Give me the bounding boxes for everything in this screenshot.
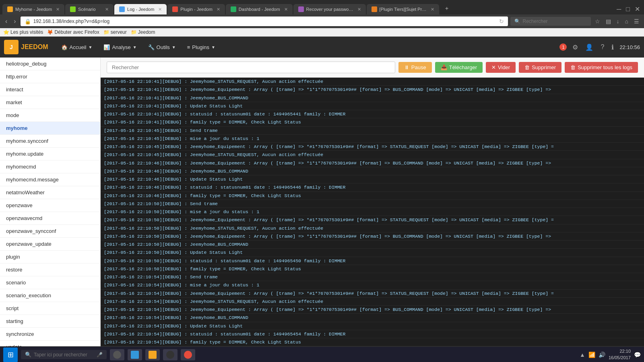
tab-close-plugin[interactable]: ✕ (217, 7, 220, 12)
sidebar: heliotrope_debughttp.errorinteractmarket… (0, 58, 101, 346)
sidebar-item-scenario[interactable]: scenario (0, 276, 100, 289)
taskbar-network-icon[interactable]: 📶 (588, 352, 595, 358)
help-icon[interactable]: ? (599, 42, 606, 52)
minimize-button[interactable]: ─ (615, 6, 623, 13)
bookmark-jeedom[interactable]: 📁 Jeedom (131, 29, 155, 35)
sidebar-item-netatmoWeather[interactable]: netatmoWeather (0, 186, 100, 199)
tab-close-recover[interactable]: ✕ (357, 7, 361, 12)
settings-icon[interactable]: ⚙ (571, 42, 580, 53)
sidebar-item-update[interactable]: update (0, 341, 100, 346)
sidebar-item-interact[interactable]: interact (0, 83, 100, 96)
log-line: [2017-05-16 22:10:46][DEBUG] : Update St… (101, 175, 644, 183)
log-line: [2017-05-16 22:10:46][DEBUG] : family ty… (101, 192, 644, 200)
user-icon[interactable]: 👤 (584, 42, 595, 53)
download-button[interactable]: 📥 Télécharger (435, 62, 483, 73)
bookmark-star-icon[interactable]: ☆ (593, 17, 602, 25)
bookmark-serveur[interactable]: 📁 serveur (103, 29, 127, 35)
supprimer-all-button[interactable]: 🗑 Supprimer tous les logs (565, 62, 638, 73)
taskbar-clock: 22:10 16/05/2017 (609, 348, 631, 361)
tab-favicon-log (119, 6, 125, 12)
vider-button[interactable]: ✕ Vider (486, 62, 516, 73)
sidebar-item-scenario_execution[interactable]: scenario_execution (0, 289, 100, 302)
sidebar-item-myhome_update[interactable]: myhome.update (0, 148, 100, 160)
taskbar-volume-icon[interactable]: 🔊 (599, 352, 605, 358)
sidebar-item-plugin[interactable]: plugin (0, 251, 100, 263)
tab-close-scenario[interactable]: ✕ (105, 7, 109, 12)
log-line: [2017-05-16 22:10:54][DEBUG] : Jeemyhome… (101, 298, 644, 306)
supprimer-button[interactable]: 🗑 Supprimer (519, 62, 561, 73)
sidebar-item-openzwave_syncconf[interactable]: openzwave_syncconf (0, 225, 100, 238)
sidebar-item-myhome_syncconf[interactable]: myhome.syncconf (0, 135, 100, 148)
tab-plugin[interactable]: Plugin - Jeedom ✕ (167, 4, 225, 14)
taskbar-app-shield[interactable] (163, 349, 178, 360)
sidebar-item-myhomecmd_message[interactable]: myhomecmd.message (0, 173, 100, 186)
sidebar-item-openzwave[interactable]: openzwave (0, 199, 100, 212)
tab-scenario[interactable]: Scénario ✕ (65, 4, 114, 14)
sidebar-item-http_error[interactable]: http.error (0, 70, 100, 83)
url-box[interactable]: 🔒 192.168.1.38/index.php?v=d&p=log ↻ (21, 16, 508, 26)
tab-log[interactable]: Log - Jeedom ✕ (114, 4, 167, 14)
sidebar-item-openzwave_update[interactable]: openzwave_update (0, 238, 100, 251)
tab-plugin2[interactable]: [Plugin Tiers][Sujet Princi ✕ (367, 4, 439, 14)
tab-label-dashboard: Dashboard - Jeedom (239, 7, 280, 12)
tab-recover[interactable]: Recover your password - ✕ (293, 4, 366, 14)
menu-icon[interactable]: ☰ (632, 17, 641, 25)
pause-button[interactable]: ⏸ Pause (398, 62, 432, 73)
sidebar-item-myhomecmd[interactable]: myhomecmd (0, 160, 100, 173)
sidebar-item-market[interactable]: market (0, 96, 100, 109)
taskbar-search-box[interactable]: 🔍 🎤 (21, 350, 107, 359)
sidebar-item-mode[interactable]: mode (0, 109, 100, 122)
tab-close-myhome[interactable]: ✕ (56, 7, 60, 12)
bookmark-label-firefox: Débuter avec Firefox (54, 29, 99, 35)
taskbar-app-edge[interactable] (128, 349, 142, 360)
forward-button[interactable]: › (12, 17, 18, 26)
taskbar-app-multitasking[interactable] (110, 349, 124, 360)
taskbar-app-firefox[interactable] (181, 349, 195, 360)
tab-dashboard[interactable]: Dashboard - Jeedom ✕ (226, 4, 293, 14)
trash-all-icon: 🗑 (570, 64, 576, 70)
brand-name: JEEDOM (21, 43, 48, 51)
taskbar-app-folder[interactable] (145, 349, 160, 360)
nav-item-outils[interactable]: 🔧 Outils ▼ (143, 42, 181, 53)
sidebar-item-script[interactable]: script (0, 302, 100, 315)
tab-close-dashboard[interactable]: ✕ (284, 7, 288, 12)
maximize-button[interactable]: □ (624, 6, 632, 13)
new-tab-button[interactable]: ＋ (440, 2, 454, 14)
nav-item-plugins[interactable]: ≡ Plugins ▼ (182, 42, 220, 53)
microphone-icon[interactable]: 🎤 (97, 352, 103, 358)
nav-item-analyse[interactable]: 📊 Analyse ▼ (99, 42, 141, 53)
bookmark-visits[interactable]: ⭐ Les plus visités (3, 29, 43, 35)
taskbar-notification-icon[interactable]: 💬 (634, 352, 641, 358)
taskbar-search-input[interactable] (34, 352, 94, 358)
log-content[interactable]: [2017-05-16 22:10:41][DEBUG] : Jeemyhome… (101, 78, 644, 346)
nav-item-accueil[interactable]: 🏠 Accueil ▼ (56, 42, 97, 53)
sidebar-item-myhome[interactable]: myhome (0, 122, 100, 135)
bookmark-save-icon[interactable]: ▤ (604, 17, 613, 25)
taskbar-up-icon[interactable]: ▲ (580, 352, 585, 358)
notification-badge[interactable]: 1 (559, 43, 567, 51)
sidebar-item-heliotrope_debug[interactable]: heliotrope_debug (0, 58, 100, 70)
tab-close-log[interactable]: ✕ (158, 7, 162, 12)
bookmark-firefox[interactable]: 🦊 Débuter avec Firefox (47, 29, 99, 35)
search-input[interactable] (523, 19, 587, 24)
log-search-input[interactable] (107, 62, 395, 73)
tab-favicon-recover (298, 6, 304, 12)
sidebar-item-synchronize[interactable]: synchronize (0, 328, 100, 341)
sidebar-item-openzwavecmd[interactable]: openzwavecmd (0, 212, 100, 225)
sidebar-item-restore[interactable]: restore (0, 263, 100, 276)
back-button[interactable]: ‹ (3, 17, 9, 26)
refresh-button[interactable]: ↻ (499, 18, 504, 25)
home-icon[interactable]: ⌂ (623, 17, 630, 25)
log-line: [2017-05-16 22:10:45][DEBUG] : Jeemyhome… (101, 143, 644, 151)
tab-close-plugin2[interactable]: ✕ (431, 7, 434, 12)
download-icon[interactable]: ↓ (615, 17, 621, 25)
close-button[interactable]: ✕ (633, 5, 642, 13)
search-box[interactable]: 🔍 (510, 17, 591, 26)
trash-icon: 🗑 (524, 64, 530, 70)
tab-myhome[interactable]: Myhome - Jeedom ✕ (2, 4, 64, 14)
log-line: [2017-05-16 22:10:54][DEBUG] : Update St… (101, 322, 644, 330)
sidebar-item-starting[interactable]: starting (0, 315, 100, 328)
info-icon[interactable]: ℹ (610, 42, 615, 53)
start-button[interactable]: ⊞ (3, 348, 18, 362)
taskbar-time: 22:10 (609, 348, 631, 354)
